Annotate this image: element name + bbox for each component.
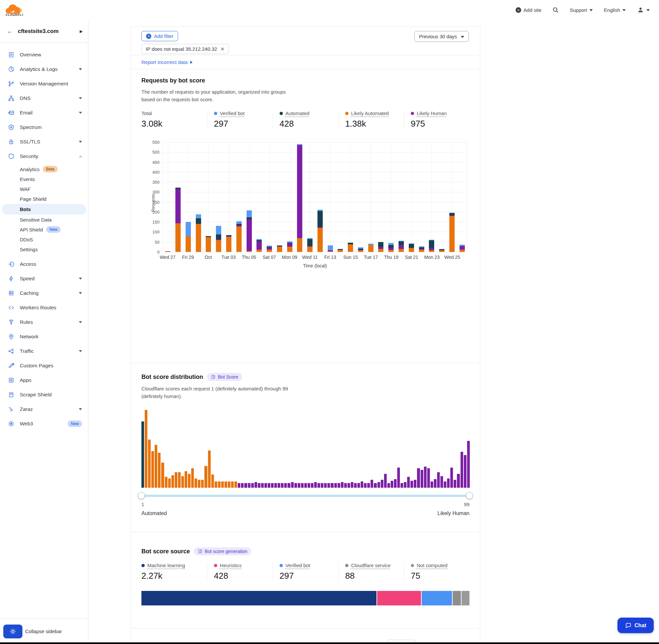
sidebar-item-page-shield[interactable]: Page Shield xyxy=(0,194,88,204)
sidebar-item-analytics-logs[interactable]: Analytics & Logs xyxy=(0,62,88,76)
stat-label[interactable]: Cloudflare service xyxy=(351,562,391,568)
stat-total: Total3.08k xyxy=(141,111,207,129)
histogram-bar-score-66 xyxy=(357,483,360,488)
sidebar-item-overview[interactable]: Overview xyxy=(0,47,88,62)
histogram-bar-score-42 xyxy=(278,483,280,488)
sidebar-item-apps[interactable]: Apps xyxy=(0,373,88,388)
stat-value: 428 xyxy=(280,119,338,129)
sidebar-item-access[interactable]: Access xyxy=(0,257,88,271)
bar-segment-likely-human xyxy=(297,145,302,238)
sidebar-item-api-shield[interactable]: API ShieldNew xyxy=(0,225,88,234)
chat-button[interactable]: Chat xyxy=(617,618,654,633)
sidebar-item-waf[interactable]: WAF xyxy=(0,184,88,194)
y-tick-label: 300 xyxy=(152,190,160,194)
cloudflare-logo[interactable]: CLOUDFLARE xyxy=(5,4,23,16)
sidebar-item-caching[interactable]: Caching xyxy=(0,286,88,300)
bar-segment-verified-bot xyxy=(328,245,333,250)
sidebar-item-events[interactable]: Events xyxy=(0,174,88,184)
slider-handle-max[interactable] xyxy=(466,492,473,499)
stat-label[interactable]: Machine learning xyxy=(147,562,185,568)
slider-handle-min[interactable] xyxy=(138,492,145,499)
bar-segment-likely-automated xyxy=(409,248,414,252)
sidebar-item-version-management[interactable]: Version Management xyxy=(0,76,88,91)
slider-max-value: 99 xyxy=(464,502,469,507)
add-site-button[interactable]: + Add site xyxy=(516,7,541,13)
bar-segment-likely-automated xyxy=(267,250,272,252)
sidebar-item-bots[interactable]: Bots xyxy=(2,204,86,215)
histogram-bar-score-47 xyxy=(295,483,297,488)
collapse-sidebar-button[interactable]: Collapse sidebar xyxy=(25,628,62,634)
x-gridline xyxy=(371,142,371,252)
histogram-bar-score-84 xyxy=(417,468,420,488)
stat-label[interactable]: Likely Automated xyxy=(351,111,389,116)
histogram-bar-score-17 xyxy=(194,479,197,488)
support-label: Support xyxy=(570,7,587,13)
slider-right-name: Likely Human xyxy=(438,510,469,516)
report-incorrect-data-link[interactable]: Report incorrect data xyxy=(141,59,192,65)
dns-icon xyxy=(8,95,15,101)
source-card-title: Bot score source xyxy=(141,548,190,555)
histogram-bar-score-10 xyxy=(171,475,174,488)
gear-icon xyxy=(9,628,17,635)
account-menu[interactable] xyxy=(637,6,650,14)
stacked-bar xyxy=(449,213,455,252)
histogram-bar-score-16 xyxy=(191,468,194,488)
x-tick-label: Mon 09 xyxy=(282,255,297,260)
chat-bubble-icon xyxy=(625,622,632,629)
caching-icon xyxy=(8,290,15,296)
stat-label[interactable]: Automated xyxy=(285,111,310,116)
source-segment-machine-learning xyxy=(141,591,377,605)
sidebar-item-rules[interactable]: Rules xyxy=(0,315,88,329)
search-button[interactable] xyxy=(552,7,559,13)
stacked-bar xyxy=(246,210,252,252)
x-gridline xyxy=(208,142,209,252)
sidebar-item-label: Rules xyxy=(20,319,73,325)
chevron-right-icon[interactable]: ▶ xyxy=(80,29,83,33)
sidebar-item-zaraz[interactable]: Zaraz xyxy=(0,402,88,416)
date-range-dropdown[interactable]: Previous 30 days xyxy=(415,31,469,42)
add-filter-button[interactable]: + Add filter xyxy=(141,31,178,41)
sidebar-item-security[interactable]: Security xyxy=(0,149,88,164)
sidebar-item-network[interactable]: Network xyxy=(0,329,88,344)
language-menu[interactable]: English xyxy=(604,7,626,13)
bot-score-generation-badge[interactable]: Bot score generation xyxy=(194,547,251,555)
sidebar-item-label: Bots xyxy=(20,206,31,212)
sidebar-item-ddos[interactable]: DDoS xyxy=(0,234,88,244)
sidebar-item-web3[interactable]: Web3New xyxy=(0,416,88,431)
stat-label[interactable]: Verified bot xyxy=(220,111,244,116)
stat-label[interactable]: Likely Human xyxy=(417,111,447,116)
support-menu[interactable]: Support xyxy=(570,7,593,13)
slider-track[interactable] xyxy=(141,495,469,497)
x-tick-label: Thu 19 xyxy=(384,255,399,260)
sidebar-item-speed[interactable]: Speed xyxy=(0,271,88,286)
sidebar-item-email[interactable]: Email xyxy=(0,106,88,120)
bot-score-badge[interactable]: Bot Score xyxy=(207,373,242,381)
site-name[interactable]: cftestsite3.com xyxy=(18,28,75,34)
source-segment-verified-bot xyxy=(422,591,453,605)
sidebar-item-dns[interactable]: DNS xyxy=(0,91,88,106)
histogram-bar-score-94 xyxy=(450,467,453,488)
sidebar-item-workers-routes[interactable]: Workers Routes xyxy=(0,300,88,315)
histogram-bar-score-22 xyxy=(211,475,214,488)
settings-gear-button[interactable] xyxy=(3,624,22,638)
sidebar-item-traffic[interactable]: Traffic xyxy=(0,344,88,359)
stat-label[interactable]: Verified bot xyxy=(285,562,310,568)
stat-label[interactable]: Heuristics xyxy=(220,562,242,568)
sidebar-item-analytics[interactable]: AnalyticsBeta xyxy=(0,164,88,174)
remove-filter-icon[interactable]: ✕ xyxy=(220,46,225,52)
histogram-bar-score-82 xyxy=(410,481,413,488)
sidebar-item-custom-pages[interactable]: Custom Pages xyxy=(0,359,88,373)
y-tick-label: 250 xyxy=(152,200,160,204)
sidebar-item-settings[interactable]: Settings xyxy=(0,244,88,254)
sidebar-item-scrape-shield[interactable]: Scrape Shield xyxy=(0,388,88,402)
sidebar-item-ssl-tls[interactable]: SSL/TLS xyxy=(0,135,88,149)
back-arrow-icon[interactable]: ← xyxy=(6,27,13,35)
histogram-bar-score-69 xyxy=(367,483,370,488)
sidebar-item-sensitive-data[interactable]: Sensitive Data xyxy=(0,215,88,225)
stat-label[interactable]: Not computed xyxy=(417,562,447,568)
sidebar-item-label: Custom Pages xyxy=(20,363,82,369)
main-content: + Add filter IP does not equal 35.212.24… xyxy=(88,20,659,644)
histogram-bar-score-54 xyxy=(317,483,320,488)
histogram-bar-score-6 xyxy=(158,453,161,488)
sidebar-item-spectrum[interactable]: Spectrum xyxy=(0,120,88,135)
